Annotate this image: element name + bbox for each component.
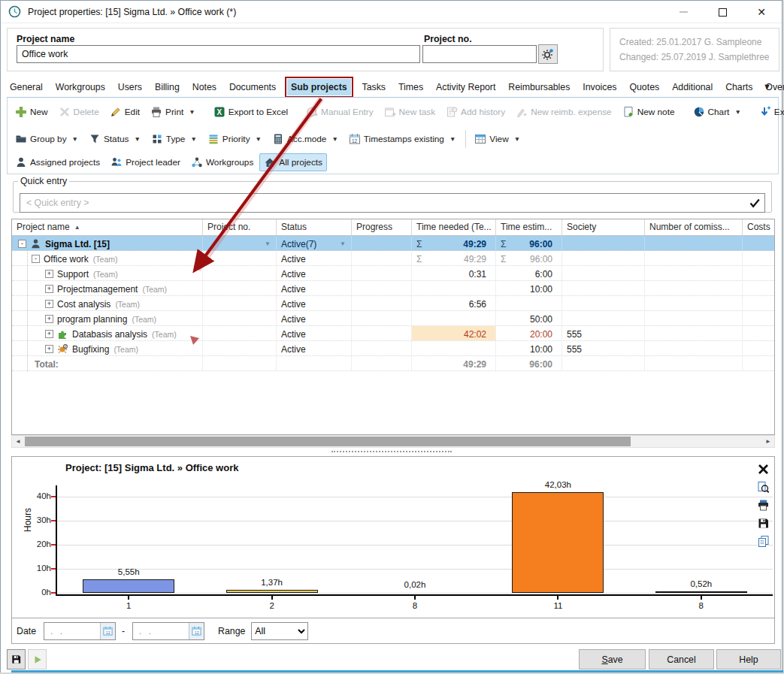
tab-notes[interactable]: Notes [191,79,218,95]
add-history-button[interactable]: Add history [441,103,510,121]
tab-invoices[interactable]: Invoices [581,79,618,95]
print-chart-button[interactable] [757,499,770,512]
cell-progress [352,341,412,355]
zoom-preview-button[interactable] [757,481,770,494]
print-button[interactable]: Print▼ [146,103,200,121]
timestamps-existing-button[interactable]: 12Timestamps existing▼ [344,130,461,148]
expand-toggle[interactable]: + [45,285,53,293]
collapse-toggle[interactable]: - [32,255,40,263]
confirm-check-icon[interactable] [749,197,761,209]
priority-button[interactable]: Priority▼ [203,130,266,148]
tab-users[interactable]: Users [117,79,144,95]
tab-billing[interactable]: Billing [153,79,181,95]
cancel-button[interactable]: Cancel [649,649,714,669]
calendar-picker-icon[interactable]: 12 [100,623,115,639]
new-button[interactable]: New [11,103,53,121]
horizontal-scrollbar[interactable]: ◄ ► [11,435,775,448]
group-by-button[interactable]: Group by▼ [11,130,83,148]
expand-toggle[interactable]: + [45,270,53,278]
tab-charts[interactable]: Charts [724,79,754,95]
save-icon-button[interactable] [7,649,26,669]
column-header-project-name[interactable]: Project name▲ [12,219,203,235]
expand-toggle[interactable]: + [45,345,53,353]
table-row[interactable]: -Office work(Team)ActiveΣ49:29Σ96:00 [12,251,774,266]
column-header-project-no[interactable]: Project no. [203,219,277,235]
tab-sub-projects[interactable]: Sub projects [287,79,350,95]
column-header-progress[interactable]: Progress [352,219,412,235]
save-button[interactable]: Save [579,649,646,669]
acc-mode-button[interactable]: Acc.mode▼ [268,130,343,148]
new-task-button[interactable]: New task [380,103,440,121]
calendar-picker-icon[interactable]: 12 [189,623,204,639]
new-reimb-expense-button[interactable]: New reimb. expense [511,103,616,121]
run-button[interactable] [28,649,47,669]
save-chart-button[interactable] [757,517,770,530]
range-select[interactable]: All [251,622,308,640]
cell-project-name: +Databasis analysis(Team) [12,326,203,340]
maximize-button[interactable] [713,4,732,20]
copy-chart-button[interactable] [757,535,770,548]
status-button[interactable]: Status▼ [84,130,145,148]
table-row[interactable]: +program planning(Team)Active50:00 [12,311,774,326]
table-row[interactable]: +Bugfixing(Team)Active10:00555 [12,341,774,356]
tab-additional[interactable]: Additional [670,79,714,95]
help-button[interactable]: Help [716,649,781,669]
date-from-field[interactable]: . . 12 [44,622,116,640]
splitter-handle[interactable] [331,451,452,453]
tab-documents[interactable]: Documents [228,79,277,95]
close-button[interactable] [757,463,770,476]
table-total-row[interactable]: Total:49:2996:00 [12,356,774,371]
table-row[interactable]: +Databasis analysis(Team)Active42:0220:0… [12,326,774,341]
project-no-input[interactable] [422,45,537,63]
expand-toggle[interactable]: + [45,315,53,323]
project-name-input[interactable] [17,45,420,63]
scroll-left-arrow-icon[interactable]: ◄ [12,436,24,447]
minimize-button[interactable] [674,4,693,20]
edit-button[interactable]: Edit [105,103,144,121]
tab-overflow-chevron-icon[interactable]: ▼ [763,82,771,91]
workgroups-button[interactable]: Workgroups [186,153,258,171]
quick-entry-input[interactable] [20,193,765,213]
tab-workgroups[interactable]: Workgroups [54,79,107,95]
project-leader-button[interactable]: Project leader [106,153,185,171]
view-button[interactable]: View▼ [470,130,525,148]
project-no-settings-button[interactable] [538,44,558,64]
scroll-right-arrow-icon[interactable]: ► [762,436,774,447]
filter-chevron-icon[interactable]: ▼ [265,240,273,247]
tab-reimbursables[interactable]: Reimbursables [507,79,571,95]
cell-society [562,311,645,325]
expand-toggle[interactable]: + [45,300,53,308]
x-tick-label: 8 [392,601,437,610]
column-header-number-of-comiss[interactable]: Number of comiss... [645,219,743,235]
column-header-time-estim[interactable]: Time estim... [496,219,562,235]
column-header-time-needed-te[interactable]: Time needed (Te... [412,219,496,235]
type-button[interactable]: Type▼ [147,130,201,148]
delete-button[interactable]: Delete [54,103,104,121]
tab-general[interactable]: General [8,79,44,95]
chart-button[interactable]: Chart▼ [689,103,746,121]
assigned-projects-button[interactable]: Assigned projects [11,153,104,171]
column-header-society[interactable]: Society [562,219,645,235]
date-to-field[interactable]: . . 12 [132,622,204,640]
expand-button[interactable]: Expand [755,103,784,121]
tab-times[interactable]: Times [397,79,425,95]
table-row[interactable]: +Cost analysis(Team)Active6:56 [12,296,774,311]
all-projects-button[interactable]: All projects [259,153,327,171]
tab-quotes[interactable]: Quotes [628,79,661,95]
manual-entry-button[interactable]: Manual Entry [301,103,378,121]
table-row[interactable]: +Support(Team)Active0:316:00 [12,266,774,281]
table-row[interactable]: -Sigma Ltd. [15]▼Active(7)▼Σ49:29Σ96:00 [12,236,774,251]
filter-chevron-icon[interactable]: ▼ [340,240,348,247]
column-header-status[interactable]: Status [277,219,352,235]
new-note-button[interactable]: New note [618,103,680,121]
collapse-toggle[interactable]: - [18,240,26,248]
column-header-costs[interactable]: Costs [743,219,775,235]
table-row[interactable]: +Projectmanagement(Team)Active10:00 [12,281,774,296]
expand-toggle[interactable]: + [45,330,53,338]
scrollbar-thumb[interactable] [25,437,631,446]
tab-tasks[interactable]: Tasks [361,79,387,95]
export-to-excel-button[interactable]: XExport to Excel [209,103,292,121]
dropdown-chevron-icon: ▼ [190,135,196,143]
close-button[interactable]: ✕ [752,4,771,20]
tab-activity-report[interactable]: Activity Report [434,79,497,95]
